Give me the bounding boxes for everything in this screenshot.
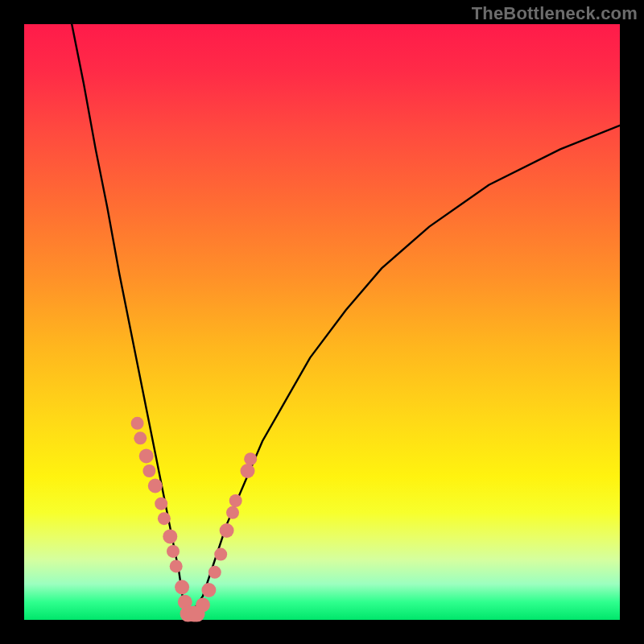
curve-marker xyxy=(196,598,210,613)
curve-marker xyxy=(170,559,183,572)
chart-frame: TheBottleneck.com xyxy=(0,0,644,644)
bottleneck-curve xyxy=(72,24,620,614)
marker-group xyxy=(131,417,258,622)
curve-marker xyxy=(226,506,239,519)
watermark-text: TheBottleneck.com xyxy=(472,3,638,24)
curve-marker xyxy=(155,497,167,510)
curve-marker xyxy=(244,452,257,465)
curve-marker xyxy=(158,512,171,525)
curve-marker xyxy=(175,580,189,594)
curve-marker xyxy=(201,583,216,597)
curve-marker xyxy=(214,548,227,561)
curve-marker xyxy=(163,529,177,543)
curve-marker xyxy=(131,417,144,430)
curve-marker xyxy=(208,566,221,579)
curve-marker xyxy=(220,523,234,538)
curve-marker xyxy=(148,479,163,493)
curve-marker xyxy=(167,545,180,558)
curve-marker xyxy=(142,464,155,477)
plot-area xyxy=(24,24,620,620)
curve-layer xyxy=(24,24,620,620)
curve-marker xyxy=(241,464,255,478)
curve-marker xyxy=(134,431,147,444)
curve-marker xyxy=(139,449,154,464)
curve-marker xyxy=(229,494,242,507)
